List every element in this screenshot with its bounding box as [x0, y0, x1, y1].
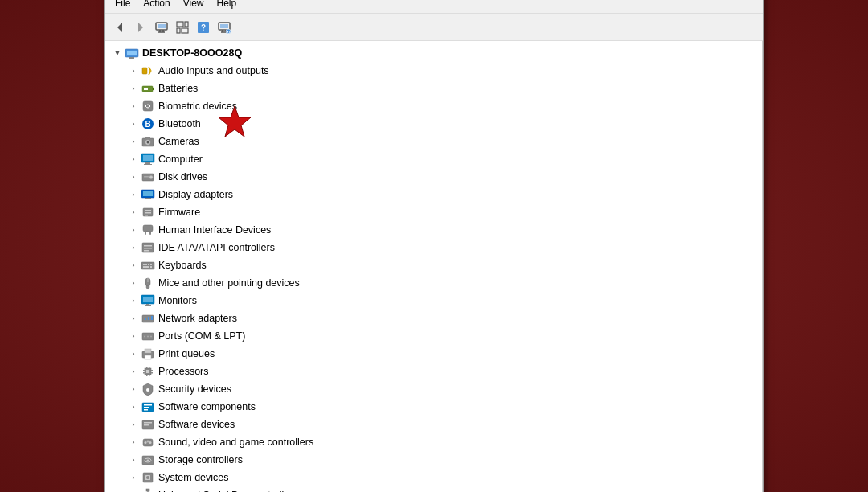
svg-rect-73 — [146, 304, 149, 305]
item-label: Software components — [158, 401, 256, 412]
item-expander[interactable]: › — [128, 454, 139, 465]
item-expander[interactable]: › — [128, 100, 139, 112]
svg-rect-25 — [127, 51, 137, 55]
back-button[interactable] — [110, 18, 129, 37]
device-item[interactable]: ›Biometric devices — [105, 97, 762, 115]
device-item[interactable]: ›Firmware — [105, 203, 762, 221]
item-expander[interactable]: › — [128, 260, 139, 271]
item-icon — [141, 240, 155, 255]
device-item[interactable]: ›Audio inputs and outputs — [105, 62, 762, 80]
item-icon — [141, 329, 155, 343]
help-button[interactable]: ? — [194, 18, 213, 37]
item-icon — [141, 435, 155, 449]
svg-rect-108 — [147, 441, 149, 442]
device-item[interactable]: ›Display adapters — [105, 186, 762, 203]
svg-rect-47 — [143, 191, 153, 196]
item-expander[interactable]: › — [128, 472, 139, 483]
device-item[interactable]: ›IDE ATA/ATAPI controllers — [105, 239, 762, 256]
item-expander[interactable]: › — [128, 118, 139, 129]
svg-rect-99 — [144, 407, 149, 408]
svg-rect-41 — [145, 162, 150, 164]
item-icon — [141, 81, 155, 96]
device-tree[interactable]: ▼ DESKTOP-8OOO28Q ›Audio inputs — [105, 41, 763, 492]
item-expander[interactable]: › — [128, 313, 139, 324]
item-expander[interactable]: › — [128, 383, 139, 395]
item-expander[interactable]: › — [128, 242, 139, 253]
menu-help[interactable]: Help — [211, 0, 244, 11]
device-item[interactable]: ›Monitors — [105, 292, 762, 310]
item-icon — [141, 293, 155, 308]
item-label: Ports (COM & LPT) — [158, 330, 245, 342]
item-expander[interactable]: › — [128, 136, 139, 147]
device-item[interactable]: ›Disk drives — [105, 168, 762, 186]
item-label: Sound, video and game controllers — [158, 437, 313, 448]
device-item[interactable]: ›Network adapters — [105, 310, 762, 327]
device-item[interactable]: ›Cameras — [105, 133, 762, 150]
item-expander[interactable]: › — [128, 401, 139, 412]
item-label: Print queues — [158, 348, 215, 359]
device-item[interactable]: ›Print queues — [105, 345, 762, 363]
forward-button[interactable] — [131, 18, 150, 37]
svg-rect-11 — [177, 22, 183, 27]
item-label: Display adapters — [158, 189, 233, 200]
device-item[interactable]: ›Batteries — [105, 80, 762, 97]
item-expander[interactable]: › — [128, 419, 139, 430]
menu-view[interactable]: View — [177, 0, 211, 11]
device-item[interactable]: ›Processors — [105, 363, 762, 380]
menu-file[interactable]: File — [108, 0, 137, 11]
item-expander[interactable]: › — [128, 348, 139, 359]
item-expander[interactable]: › — [128, 330, 139, 342]
device-item[interactable]: ›Computer — [105, 150, 762, 168]
svg-point-44 — [149, 176, 153, 179]
item-expander[interactable]: › — [128, 224, 139, 236]
device-item[interactable]: ›Software devices — [105, 416, 762, 433]
device-item[interactable]: ›Sound, video and game controllers — [105, 433, 762, 451]
item-expander[interactable]: › — [128, 171, 139, 182]
item-expander[interactable]: › — [128, 277, 139, 289]
item-expander[interactable]: › — [128, 154, 139, 165]
svg-text:?: ? — [201, 23, 206, 32]
device-item[interactable]: ›Software components — [105, 398, 762, 416]
menu-action[interactable]: Action — [137, 0, 176, 11]
svg-rect-58 — [144, 248, 152, 249]
item-label: Network adapters — [158, 313, 237, 324]
item-icon — [141, 417, 155, 432]
svg-rect-90 — [151, 372, 153, 374]
item-icon — [141, 223, 155, 237]
svg-point-80 — [144, 336, 145, 338]
item-icon — [141, 276, 155, 290]
device-item[interactable]: ›BBluetooth — [105, 115, 762, 133]
device-item[interactable]: ›Keyboards — [105, 256, 762, 274]
item-icon — [141, 364, 155, 379]
root-expander[interactable]: ▼ — [112, 47, 123, 59]
item-expander[interactable]: › — [128, 366, 139, 377]
item-expander[interactable]: › — [128, 437, 139, 448]
item-icon — [141, 400, 155, 414]
window-container: Device Manager — □ ✕ File Action View He… — [104, 0, 764, 492]
device-item[interactable]: ›System devices — [105, 469, 762, 486]
device-item[interactable]: ›Storage controllers — [105, 451, 762, 469]
properties-view-button[interactable] — [173, 18, 192, 37]
device-item[interactable]: ›Mice and other pointing devices — [105, 274, 762, 292]
svg-rect-91 — [146, 367, 148, 368]
svg-rect-14 — [182, 28, 188, 33]
item-label: Keyboards — [158, 260, 207, 271]
toolbar: ? ↻ — [105, 14, 763, 41]
device-item[interactable]: ›Human Interface Devices — [105, 221, 762, 239]
item-label: Processors — [158, 366, 209, 377]
item-expander[interactable]: › — [128, 65, 139, 76]
root-item[interactable]: ▼ DESKTOP-8OOO28Q — [105, 44, 762, 62]
svg-point-114 — [146, 476, 149, 479]
scan-button[interactable]: ↻ — [215, 18, 234, 37]
device-item[interactable]: ›Security devices — [105, 380, 762, 398]
svg-text:B: B — [145, 120, 150, 129]
overview-button[interactable] — [152, 18, 171, 37]
svg-rect-52 — [145, 215, 148, 216]
item-expander[interactable]: › — [128, 207, 139, 218]
item-expander[interactable]: › — [128, 295, 139, 306]
device-item[interactable]: ›Universal Serial Bus controllers — [105, 486, 762, 492]
item-expander[interactable]: › — [128, 189, 139, 200]
svg-rect-26 — [129, 57, 134, 59]
device-item[interactable]: ›Ports (COM & LPT) — [105, 327, 762, 345]
item-expander[interactable]: › — [128, 83, 139, 94]
